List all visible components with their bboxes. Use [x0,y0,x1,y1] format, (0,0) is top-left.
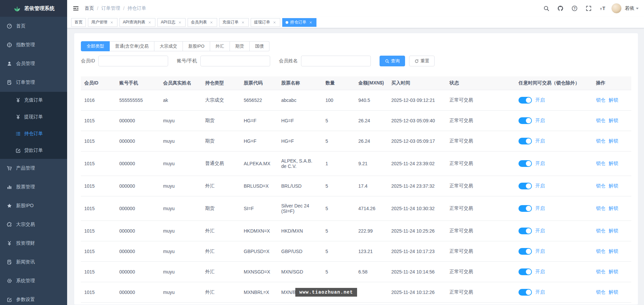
sidebar-subitem-3-0[interactable]: 充值订单 [0,92,67,109]
tab-6[interactable]: 提现订单 [251,18,280,27]
sidebar-item-9[interactable]: 新闻资讯 [0,253,67,271]
tradable-toggle[interactable] [518,138,532,144]
unlock-link[interactable]: 解锁 [609,289,618,295]
lock-link[interactable]: 锁仓 [596,118,605,123]
sidebar-item-8[interactable]: 投资理财 [0,234,67,253]
sidebar-item-4[interactable]: 产品管理 [0,159,67,178]
lock-link[interactable]: 锁仓 [596,183,605,188]
font-size-icon[interactable]: TT [597,3,608,14]
filter-tab-2[interactable]: 大宗成交 [154,41,183,51]
unlock-link[interactable]: 解锁 [609,118,618,123]
member-name-label: 会员姓名 [279,58,298,64]
user-menu[interactable]: 若依 [625,5,639,11]
lock-link[interactable]: 锁仓 [596,289,605,295]
question-icon[interactable]: ? [569,3,580,14]
lock-link[interactable]: 锁仓 [596,228,605,233]
account-phone-label: 账号/手机 [177,58,197,64]
tradable-toggle[interactable] [518,183,532,189]
breadcrumb-item-0[interactable]: 首页 [85,5,94,11]
unlock-link[interactable]: 解锁 [609,138,618,143]
sidebar-item-0[interactable]: 首页 [0,17,67,36]
filter-tab-5[interactable]: 期货 [230,41,250,51]
cell-qty: 5 [322,111,355,131]
breadcrumb-item-1[interactable]: 订单管理 [101,5,120,11]
tradable-toggle[interactable] [518,205,532,212]
fullscreen-icon[interactable] [583,3,594,14]
member-name-input[interactable] [301,56,371,66]
query-button[interactable]: 查询 [380,56,405,66]
unlock-link[interactable]: 解锁 [609,228,618,233]
tab-close-icon[interactable] [209,20,214,25]
tab-close-icon[interactable] [147,20,152,25]
tab-0[interactable]: 首页 [71,18,86,27]
filter-tab-4[interactable]: 外汇 [210,41,230,51]
unlock-link[interactable]: 解锁 [609,248,618,254]
tradable-toggle[interactable] [518,289,532,296]
sidebar-subitem-label: 提现订单 [24,114,43,120]
tab-close-icon[interactable] [178,20,182,25]
tab-5[interactable]: 充值订单 [219,18,249,27]
filter-tab-0[interactable]: 全部类型 [81,41,110,51]
cell-status: 正常可交易 [446,282,515,303]
unlock-link[interactable]: 解锁 [609,269,618,274]
tab-2[interactable]: API查询列表 [119,18,155,27]
lock-link[interactable]: 锁仓 [596,248,605,254]
sidebar-item-7[interactable]: 大宗交易 [0,215,67,234]
member-id-input[interactable] [98,56,168,66]
logo-leaf-icon [13,4,21,13]
sidebar-item-5[interactable]: 股票管理 [0,178,67,196]
lock-link[interactable]: 锁仓 [596,161,605,166]
cell-buy_time: 2025-11-24 10:25:26 [388,221,446,241]
account-phone-input[interactable] [200,56,270,66]
tab-7[interactable]: 持仓订单 [282,18,316,27]
user-avatar[interactable] [611,3,622,13]
filter-tab-1[interactable]: 普通(含空单)交易 [110,41,154,51]
search-icon[interactable] [541,3,552,14]
tab-close-icon[interactable] [109,20,114,25]
unlock-link[interactable]: 解锁 [609,205,618,211]
lock-link[interactable]: 锁仓 [596,205,605,211]
tradable-toggle[interactable] [518,268,532,275]
app-logo[interactable]: 若依管理系统 [0,0,67,17]
tags-view: 首页用户管理API查询列表API日志会员列表充值订单提现订单持仓订单 [67,17,644,28]
sidebar-subitem-label: 持仓订单 [24,131,43,137]
sidebar-item-11[interactable]: 参数设置 [0,290,67,305]
sidebar-item-6[interactable]: 新股IPO [0,196,67,215]
unlock-link[interactable]: 解锁 [609,183,618,188]
tab-close-icon[interactable] [308,20,313,25]
sidebar-subitem-3-1[interactable]: 提现订单 [0,109,67,125]
tradable-toggle[interactable] [518,248,532,255]
col-header-stock: 股票名称 [278,76,322,90]
page-content: 全部类型普通(含空单)交易大宗成交新股IPO外汇期货国债 会员ID账号/手机会员… [67,28,644,305]
sidebar-subitem-3-3[interactable]: 贷款订单 [0,142,67,159]
filter-tab-3[interactable]: 新股IPO [183,41,210,51]
tradable-toggle[interactable] [518,228,532,234]
tab-3[interactable]: API日志 [157,18,185,27]
unlock-link[interactable]: 解锁 [609,97,618,103]
cell-amount: 940.5 [355,90,388,111]
tab-close-icon[interactable] [272,20,277,25]
cell-buy_time: 2025-11-24 23:37:32 [388,176,446,196]
username-label: 若依 [625,5,634,11]
tradable-toggle[interactable] [518,160,532,167]
sidebar-subitem-3-2[interactable]: 持仓订单 [0,125,67,142]
sidebar-item-10[interactable]: 系统管理 [0,271,67,290]
sidebar-fold-icon[interactable] [72,5,79,12]
lock-link[interactable]: 锁仓 [596,269,605,274]
unlock-link[interactable]: 解锁 [609,161,618,166]
sidebar-item-3[interactable]: 订单管理 [0,73,67,92]
tradable-toggle[interactable] [518,117,532,124]
type-filter-tabs: 全部类型普通(含空单)交易大宗成交新股IPO外汇期货国债 [81,41,269,51]
filter-tab-6[interactable]: 国债 [250,41,269,51]
sidebar-item-2[interactable]: 会员管理 [0,54,67,73]
reset-button[interactable]: 重置 [409,56,435,66]
github-icon[interactable] [555,3,566,14]
tab-1[interactable]: 用户管理 [88,18,117,27]
lock-link[interactable]: 锁仓 [596,97,605,103]
gear-icon [7,278,12,284]
tab-close-icon[interactable] [241,20,245,25]
tab-4[interactable]: 会员列表 [188,18,217,27]
tradable-toggle[interactable] [518,97,532,104]
sidebar-item-1[interactable]: 指数管理 [0,36,67,54]
lock-link[interactable]: 锁仓 [596,138,605,143]
